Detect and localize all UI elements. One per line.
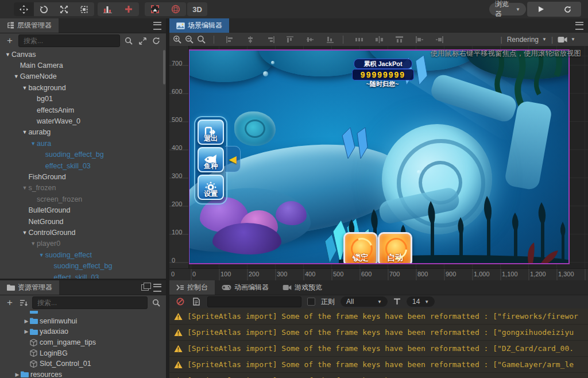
tree-item[interactable]: BulletGround (0, 205, 164, 215)
align-tool-icon-3[interactable] (286, 36, 295, 44)
expand-arrow-icon[interactable]: ▶ (14, 372, 21, 377)
search-icon[interactable] (123, 36, 134, 46)
create-asset-button[interactable]: + (5, 298, 15, 308)
asset-item[interactable]: ▶senlinwuhui (0, 316, 166, 327)
tab-game-preview[interactable]: 游戏预览 (276, 280, 329, 295)
expand-arrow-icon[interactable]: ▶ (23, 318, 30, 324)
locate-node-icon[interactable] (137, 36, 148, 46)
expand-arrow-icon[interactable]: ▼ (38, 252, 45, 258)
tab-scene-editor[interactable]: 场景编辑器 (169, 18, 229, 33)
expand-arrow-icon[interactable]: ▼ (29, 241, 37, 246)
assets-menu-icon[interactable] (153, 284, 161, 292)
atlas-stats-button[interactable] (98, 2, 118, 16)
rendering-dropdown[interactable]: Rendering ▼ (507, 36, 547, 44)
tree-item[interactable]: Main Camera (0, 60, 164, 71)
preview-target-dropdown[interactable]: 浏览器 ▼ (489, 3, 526, 16)
tree-item[interactable]: bg01 (0, 94, 164, 105)
tree-item[interactable]: effect_skill_03 (0, 160, 164, 171)
font-size-dropdown[interactable]: 14 ▼ (407, 296, 435, 307)
align-tool-icon-7[interactable] (375, 36, 384, 44)
asset-item[interactable]: Slot_Control_01 (0, 358, 166, 369)
tab-assets[interactable]: 资源管理器 (0, 280, 59, 295)
hierarchy-scrollbar[interactable] (163, 50, 165, 84)
tree-item[interactable]: waterWave_0 (0, 115, 164, 126)
log-row[interactable]: [SpriteAtlas import] Some of the frame k… (169, 373, 588, 378)
log-level-dropdown[interactable]: All ▼ (341, 296, 388, 307)
3d-toggle-button[interactable]: 3D (187, 2, 207, 16)
horizontal-splitter[interactable] (0, 279, 169, 280)
zoom-in-icon[interactable] (173, 35, 181, 44)
assets-search-icon[interactable] (151, 298, 161, 308)
expand-arrow-icon[interactable]: ▼ (21, 230, 28, 236)
play-button[interactable] (527, 2, 554, 17)
align-tool-icon-6[interactable] (355, 36, 363, 44)
zoom-out-icon[interactable] (185, 35, 194, 44)
plugin-add-button[interactable] (118, 2, 139, 16)
tree-item[interactable]: ▼background (0, 82, 164, 93)
rotate-tool-button[interactable] (34, 2, 54, 16)
refresh-tree-icon[interactable] (151, 36, 161, 46)
tree-item[interactable]: suoding_effect_bg (0, 149, 164, 160)
move-tool-button[interactable] (14, 2, 34, 16)
align-tool-icon-4[interactable] (306, 36, 315, 44)
menu-collapse-arrow[interactable]: ◀ (225, 146, 241, 172)
tab-console[interactable]: 控制台 (169, 280, 215, 295)
create-node-button[interactable]: + (5, 36, 15, 46)
tree-item[interactable]: screen_frozen (0, 194, 164, 205)
tree-item[interactable]: ▼s_frozen (0, 183, 164, 194)
tab-hierarchy[interactable]: 层级管理器 (0, 18, 59, 33)
tree-item[interactable]: FishGround (0, 171, 164, 182)
expand-arrow-icon[interactable]: ▼ (4, 52, 11, 57)
log-row[interactable]: [SpriteAtlas import] Some of the frame k… (169, 325, 588, 341)
expand-arrow-icon[interactable]: ▼ (29, 141, 37, 146)
hierarchy-menu-icon[interactable] (153, 22, 161, 30)
scale-tool-button[interactable] (54, 2, 74, 16)
log-row[interactable]: [SpriteAtlas import] Some of the frame k… (169, 357, 588, 373)
asset-item[interactable]: LoginBG (0, 348, 166, 358)
lock-button[interactable]: 锁定 (343, 232, 378, 264)
auto-button[interactable]: 自动 (378, 232, 412, 264)
zoom-reset-icon[interactable] (197, 35, 206, 44)
tree-item[interactable]: ▼aurabg (0, 127, 164, 138)
align-tool-icon-1[interactable] (246, 36, 254, 44)
expand-arrow-icon[interactable]: ▼ (21, 185, 28, 191)
expand-arrow-icon[interactable]: ▼ (21, 129, 28, 135)
expand-arrow-icon[interactable]: ▼ (21, 85, 28, 91)
log-file-icon[interactable] (191, 296, 202, 307)
tree-item[interactable]: ▼player0 (0, 238, 164, 249)
log-row[interactable]: [SpriteAtlas import] Some of the frame k… (169, 308, 588, 325)
regex-checkbox[interactable] (307, 298, 315, 306)
scene-menu-icon[interactable] (575, 22, 583, 30)
game-canvas[interactable]: 累积 JackPot 99999999 ~随时归您~ 退出 鱼种 设置 ◀ (188, 49, 570, 264)
align-tool-icon-10[interactable] (435, 36, 444, 44)
tree-item[interactable]: effectsAnim (0, 105, 164, 115)
asset-item[interactable]: ▶resources (0, 369, 166, 378)
asset-item[interactable]: com_ingame_tips (0, 337, 166, 348)
camera-view-dropdown[interactable]: ▼ (558, 36, 575, 43)
tab-animation-editor[interactable]: 动画编辑器 (215, 280, 276, 295)
align-tool-icon-2[interactable] (266, 36, 274, 44)
tree-item[interactable]: ▼GameNode (0, 71, 164, 82)
tree-item[interactable]: ▼Canvas (0, 49, 164, 60)
expand-arrow-icon[interactable]: ▶ (23, 329, 30, 334)
hierarchy-search-input[interactable] (18, 34, 120, 47)
expand-arrow-icon[interactable]: ▼ (13, 74, 20, 79)
tree-item[interactable]: ▼ControlGround (0, 227, 164, 238)
sphere-grid-button[interactable] (165, 2, 186, 16)
align-tool-icon-8[interactable] (395, 36, 404, 44)
capture-region-button[interactable] (145, 2, 165, 16)
tree-item[interactable]: suoding_effect_bg (0, 260, 164, 271)
log-row[interactable]: [SpriteAtlas import] Some of the frame k… (169, 341, 588, 357)
asset-item[interactable] (0, 311, 166, 316)
assets-popout-icon[interactable] (141, 284, 149, 291)
align-tool-icon-0[interactable] (226, 36, 234, 44)
assets-search-input[interactable] (32, 296, 148, 309)
refresh-button[interactable] (554, 2, 581, 17)
scene-viewport[interactable]: 使用鼠标右键平移视窗焦点，使用滚轮缩放视图 (169, 46, 588, 280)
console-filter-input[interactable] (207, 296, 301, 307)
asset-item[interactable]: ▶yadaxiao (0, 326, 166, 337)
rect-tool-button[interactable] (74, 2, 94, 16)
tree-item[interactable]: ▼suoding_effect (0, 249, 164, 260)
align-tool-icon-9[interactable] (415, 36, 424, 44)
tree-item[interactable]: ▼aura (0, 138, 164, 149)
